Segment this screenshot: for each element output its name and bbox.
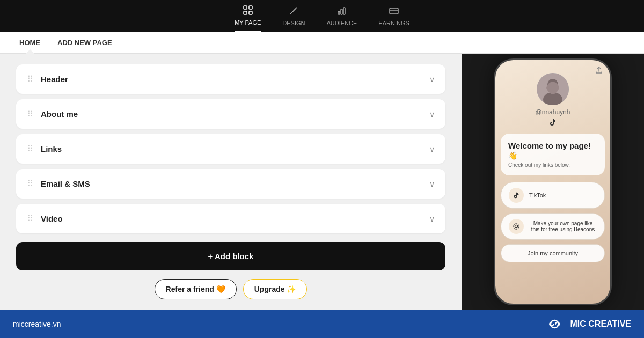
- phone-username: @nnahuynh: [536, 108, 570, 116]
- chevron-video: ∨: [429, 215, 435, 223]
- right-panel: @nnahuynh Welcome to my page! 👋 Check ou…: [462, 54, 644, 310]
- tiktok-link-label: TikTok: [529, 192, 546, 199]
- phone-tiktok-small-icon: [548, 118, 557, 128]
- nav-item-earnings[interactable]: EARNINGS: [378, 6, 409, 32]
- brand-logo-icon: [546, 318, 565, 330]
- sub-nav: HOME ADD NEW PAGE: [0, 32, 644, 54]
- block-item-about-me[interactable]: ⠿ About me ∨: [16, 99, 445, 129]
- phone-welcome-card: Welcome to my page! 👋 Check out my links…: [501, 134, 605, 175]
- avatar: [537, 73, 569, 105]
- beacons-link-icon: [509, 219, 524, 234]
- earnings-icon: [389, 6, 399, 18]
- chevron-email-sms: ∨: [429, 180, 435, 188]
- block-label-links: Links: [41, 144, 62, 153]
- brand-name: MIC CREATIVE: [570, 319, 631, 329]
- main-area: ⠿ Header ∨ ⠿ About me ∨ ⠿ Links ∨: [0, 54, 644, 310]
- nav-item-my-page[interactable]: MY PAGE: [235, 5, 261, 32]
- left-panel: ⠿ Header ∨ ⠿ About me ∨ ⠿ Links ∨: [0, 54, 462, 310]
- block-label-header: Header: [41, 75, 68, 84]
- phone-welcome-emoji: 👋: [508, 151, 597, 160]
- svg-rect-9: [390, 8, 398, 14]
- website-label: miccreative.vn: [13, 320, 61, 328]
- my-page-icon: [243, 5, 253, 17]
- phone-tiktok-link[interactable]: TikTok: [501, 182, 605, 209]
- block-item-video[interactable]: ⠿ Video ∨: [16, 204, 445, 233]
- beacons-link-label: Make your own page like this for free us…: [529, 221, 597, 232]
- block-label-video: Video: [41, 214, 63, 223]
- svg-rect-7: [341, 9, 342, 14]
- block-label-about-me: About me: [41, 109, 78, 119]
- add-block-button[interactable]: + Add block: [16, 242, 445, 270]
- phone-community-link[interactable]: Join my community: [501, 244, 605, 262]
- sub-nav-home[interactable]: HOME: [11, 32, 49, 53]
- svg-rect-6: [338, 11, 340, 14]
- sub-nav-add-new-page[interactable]: ADD NEW PAGE: [49, 32, 121, 53]
- nav-label-design: DESIGN: [282, 20, 305, 26]
- svg-rect-0: [244, 6, 247, 9]
- block-item-email-sms[interactable]: ⠿ Email & SMS ∨: [16, 169, 445, 199]
- svg-rect-2: [244, 11, 247, 14]
- nav-item-audience[interactable]: AUDIENCE: [326, 6, 357, 32]
- drag-handle-about-me[interactable]: ⠿: [27, 109, 33, 119]
- brand-section: MIC CREATIVE: [546, 318, 631, 330]
- phone-beacons-link[interactable]: Make your own page like this for free us…: [501, 213, 605, 240]
- drag-handle-links[interactable]: ⠿: [27, 144, 33, 154]
- top-nav: MY PAGE DESIGN AUDIENCE EARNINGS: [0, 0, 644, 32]
- svg-line-5: [291, 9, 296, 13]
- svg-rect-3: [249, 11, 252, 14]
- chevron-header: ∨: [429, 75, 435, 84]
- drag-handle-email-sms[interactable]: ⠿: [27, 179, 33, 189]
- svg-point-14: [515, 225, 517, 227]
- svg-rect-1: [249, 6, 252, 9]
- svg-rect-8: [343, 8, 345, 14]
- share-icon: [595, 67, 603, 76]
- chevron-links: ∨: [429, 145, 435, 153]
- block-list: ⠿ Header ∨ ⠿ About me ∨ ⠿ Links ∨: [16, 64, 445, 233]
- phone-welcome-sub: Check out my links below.: [508, 162, 597, 168]
- community-link-label: Join my community: [528, 250, 578, 256]
- block-label-email-sms: Email & SMS: [41, 179, 90, 188]
- block-item-links[interactable]: ⠿ Links ∨: [16, 134, 445, 164]
- chevron-about-me: ∨: [429, 110, 435, 119]
- nav-item-design[interactable]: DESIGN: [282, 6, 305, 32]
- drag-handle-header[interactable]: ⠿: [27, 74, 33, 84]
- nav-label-earnings: EARNINGS: [378, 20, 409, 26]
- design-icon: [289, 6, 298, 18]
- svg-point-15: [514, 224, 519, 230]
- block-item-header[interactable]: ⠿ Header ∨: [16, 64, 445, 94]
- nav-label-my-page: MY PAGE: [235, 19, 261, 26]
- phone-frame: @nnahuynh Welcome to my page! 👋 Check ou…: [494, 58, 612, 305]
- action-buttons: Refer a friend 🧡 Upgrade ✨: [16, 279, 445, 299]
- upgrade-button[interactable]: Upgrade ✨: [243, 279, 308, 299]
- bottom-bar: miccreative.vn MIC CREATIVE: [0, 310, 644, 338]
- tiktok-link-icon: [509, 188, 524, 203]
- audience-icon: [337, 6, 347, 18]
- nav-label-audience: AUDIENCE: [326, 20, 357, 26]
- drag-handle-video[interactable]: ⠿: [27, 214, 33, 224]
- phone-welcome-title: Welcome to my page!: [508, 141, 597, 150]
- refer-friend-button[interactable]: Refer a friend 🧡: [155, 279, 237, 299]
- phone-screen: @nnahuynh Welcome to my page! 👋 Check ou…: [495, 60, 610, 304]
